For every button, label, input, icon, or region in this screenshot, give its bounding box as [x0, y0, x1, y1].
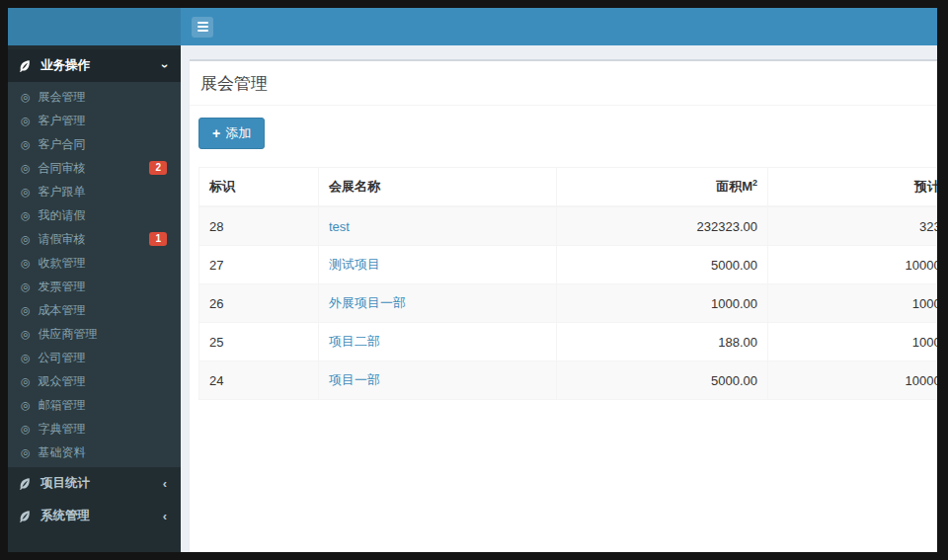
table-row: 24 项目一部 5000.00 100000.00 内展项目	[199, 361, 938, 400]
circle-icon: ◎	[21, 163, 31, 174]
circle-icon: ◎	[21, 210, 31, 221]
table-row: 27 测试项目 5000.00 100000.00 内展项目	[199, 246, 938, 284]
sidebar-section-label: 系统管理	[40, 508, 90, 524]
cell-id: 28	[199, 206, 319, 246]
sidebar-item-company-management[interactable]: ◎公司管理	[8, 346, 181, 369]
circle-icon: ◎	[21, 139, 31, 150]
sidebar-section-project-statistics[interactable]: 项目统计 ‹	[8, 467, 181, 500]
cell-id: 24	[199, 361, 319, 400]
cell-area: 188.00	[557, 323, 768, 361]
content-area: 展会管理 + 添加 标识 会展名称 面积M2 预计收入	[181, 45, 937, 552]
exhibition-link[interactable]: 测试项目	[329, 257, 380, 272]
sidebar-section-label: 业务操作	[40, 57, 90, 74]
sidebar-item-invoice-management[interactable]: ◎发票管理	[8, 275, 181, 298]
panel-body: + 添加 标识 会展名称 面积M2 预计收入 实施部门	[190, 106, 937, 410]
cell-area: 1000.00	[557, 284, 768, 323]
table-row: 26 外展项目一部 1000.00 10000.00 外展项目	[199, 284, 938, 323]
column-header-id: 标识	[199, 168, 319, 207]
circle-icon: ◎	[21, 305, 31, 316]
exhibition-link[interactable]: 外展项目一部	[329, 295, 406, 310]
sidebar-item-customer-management[interactable]: ◎客户管理	[8, 109, 181, 132]
cell-income: 10000.00	[768, 284, 938, 323]
sidebar-item-leave-review[interactable]: ◎请假审核1	[8, 227, 181, 251]
screenshot-frame: 业务操作 › ◎展会管理 ◎客户管理 ◎客户合同 ◎合同审核2 ◎客户跟单 ◎我…	[0, 0, 948, 560]
exhibition-link[interactable]: 项目二部	[329, 334, 380, 349]
hamburger-icon[interactable]	[192, 17, 213, 38]
sidebar-item-customer-contract[interactable]: ◎客户合同	[8, 132, 181, 156]
circle-icon: ◎	[21, 187, 31, 198]
exhibition-management-panel: 展会管理 + 添加 标识 会展名称 面积M2 预计收入	[190, 59, 937, 552]
column-header-income: 预计收入	[768, 168, 938, 207]
exhibition-link[interactable]: test	[329, 219, 350, 234]
cell-area: 232323.00	[557, 206, 768, 246]
app-window: 业务操作 › ◎展会管理 ◎客户管理 ◎客户合同 ◎合同审核2 ◎客户跟单 ◎我…	[8, 8, 937, 552]
cell-income: 3232.00	[768, 206, 938, 246]
cell-area: 5000.00	[557, 361, 768, 400]
leaf-icon	[18, 477, 34, 491]
page-title: 展会管理	[200, 74, 268, 93]
cell-id: 26	[199, 284, 319, 323]
circle-icon: ◎	[21, 400, 31, 411]
sidebar-item-mailbox-management[interactable]: ◎邮箱管理	[8, 393, 181, 417]
circle-icon: ◎	[21, 447, 31, 458]
cell-income: 10000.00	[768, 323, 938, 361]
cell-id: 25	[199, 323, 319, 361]
circle-icon: ◎	[21, 258, 31, 269]
sidebar-item-customer-followup[interactable]: ◎客户跟单	[8, 180, 181, 203]
cell-income: 100000.00	[768, 246, 938, 284]
sidebar-section-label: 项目统计	[40, 475, 90, 492]
sidebar-item-audience-management[interactable]: ◎观众管理	[8, 369, 181, 393]
cell-name: test	[319, 206, 557, 246]
table-row: 28 test 232323.00 3232.00 内展项目	[199, 206, 938, 246]
plus-icon: +	[212, 126, 220, 140]
leaf-icon	[18, 510, 34, 523]
column-header-area: 面积M2	[557, 168, 768, 207]
circle-icon: ◎	[21, 376, 31, 387]
panel-header: 展会管理	[190, 61, 937, 106]
sidebar-section-system-management[interactable]: 系统管理 ‹	[8, 500, 181, 532]
sidebar: 业务操作 › ◎展会管理 ◎客户管理 ◎客户合同 ◎合同审核2 ◎客户跟单 ◎我…	[8, 45, 181, 552]
notification-badge: 1	[149, 232, 167, 246]
sidebar-submenu: ◎展会管理 ◎客户管理 ◎客户合同 ◎合同审核2 ◎客户跟单 ◎我的请假 ◎请假…	[8, 82, 181, 467]
circle-icon: ◎	[21, 116, 31, 126]
circle-icon: ◎	[21, 92, 31, 103]
cell-name: 项目二部	[319, 323, 557, 361]
cell-income: 100000.00	[768, 361, 938, 400]
add-button-label: 添加	[225, 124, 251, 142]
top-bar	[8, 8, 937, 45]
navbar	[181, 8, 937, 45]
cell-name: 项目一部	[319, 361, 557, 400]
sidebar-item-supplier-management[interactable]: ◎供应商管理	[8, 322, 181, 346]
column-header-name: 会展名称	[319, 168, 557, 207]
sidebar-section-business-operations[interactable]: 业务操作 ›	[8, 49, 181, 82]
circle-icon: ◎	[21, 234, 31, 245]
table-header-row: 标识 会展名称 面积M2 预计收入 实施部门	[199, 168, 938, 207]
circle-icon: ◎	[21, 353, 31, 363]
sidebar-item-basic-data[interactable]: ◎基础资料	[8, 440, 181, 464]
sidebar-item-dictionary-management[interactable]: ◎字典管理	[8, 417, 181, 440]
exhibition-link[interactable]: 项目一部	[329, 372, 380, 387]
logo-area[interactable]	[8, 8, 181, 45]
circle-icon: ◎	[21, 329, 31, 340]
exhibitions-table: 标识 会展名称 面积M2 预计收入 实施部门 28 test 2	[198, 167, 937, 400]
cell-name: 测试项目	[319, 246, 557, 284]
sidebar-item-payment-management[interactable]: ◎收款管理	[8, 251, 181, 275]
cell-id: 27	[199, 246, 319, 284]
sidebar-item-exhibition-management[interactable]: ◎展会管理	[8, 85, 181, 109]
sidebar-item-my-leave[interactable]: ◎我的请假	[8, 203, 181, 227]
circle-icon: ◎	[21, 424, 31, 435]
sidebar-item-contract-review[interactable]: ◎合同审核2	[8, 156, 181, 180]
notification-badge: 2	[149, 161, 167, 175]
sidebar-item-cost-management[interactable]: ◎成本管理	[8, 298, 181, 322]
cell-name: 外展项目一部	[319, 284, 557, 323]
table-row: 25 项目二部 188.00 10000.00 内展项目	[199, 323, 938, 361]
cell-area: 5000.00	[557, 246, 768, 284]
circle-icon: ◎	[21, 281, 31, 292]
leaf-icon	[18, 59, 34, 73]
add-button[interactable]: + 添加	[198, 118, 265, 149]
